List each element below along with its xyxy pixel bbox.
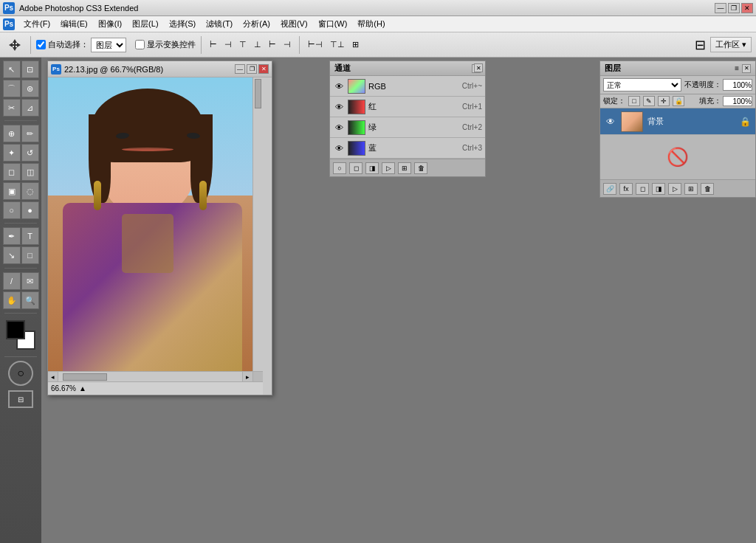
lock-all-btn[interactable]: 🔒 [673,96,684,106]
doc-scrollbar-vertical[interactable] [252,77,263,371]
layer-eye-bg[interactable]: 👁 [605,116,616,128]
channels-panel-close-btn[interactable]: ✕ [474,63,483,72]
lock-pixels-btn[interactable]: ✎ [643,96,655,106]
burn-tool[interactable]: ● [21,201,39,219]
layers-panel-menu-icon[interactable]: ≡ [735,64,739,72]
auto-select-dropdown[interactable]: 图层 组 [91,38,126,52]
show-transform-checkbox[interactable] [135,40,145,49]
channels-btn-new[interactable]: ▷ [382,162,395,174]
auto-select-checkbox[interactable] [36,40,46,49]
toolbar-extra-icon[interactable]: ⊟ [695,37,706,53]
slice-tool[interactable]: ⊿ [21,99,39,117]
channels-btn-save[interactable]: ◻ [349,162,362,174]
doc-restore-btn[interactable]: ❐ [247,64,257,74]
layers-btn-group[interactable]: ▷ [668,183,681,195]
clone-stamp-tool[interactable]: ✦ [3,144,21,162]
layers-btn-adj[interactable]: ◨ [652,183,665,195]
align-right-btn[interactable]: ⊤ [236,38,250,51]
menu-filter[interactable]: 滤镜(T) [202,17,237,31]
scrollbar-thumb-h[interactable] [63,373,107,381]
foreground-color[interactable] [6,320,25,339]
align-center-v-btn[interactable]: ⊢ [266,38,279,51]
zoom-tool[interactable]: 🔍 [21,291,39,309]
menu-edit[interactable]: 编辑(E) [56,17,92,31]
channels-btn-delete[interactable]: 🗑 [414,162,427,174]
channels-btn-select[interactable]: ○ [333,162,346,174]
menu-select[interactable]: 选择(S) [165,17,201,31]
crop-tool[interactable]: ✂ [3,99,21,117]
quick-mask-button[interactable]: ○ [8,361,33,386]
marquee-tool[interactable]: ⊡ [21,60,39,78]
layer-row-background[interactable]: 👁 背景 🔒 [600,108,755,135]
move-tool[interactable]: ↖ [3,60,21,78]
color-swatches[interactable] [6,320,35,350]
doc-minimize-btn[interactable]: — [235,64,245,74]
restore-button[interactable]: ❐ [728,3,740,13]
layers-btn-link[interactable]: 🔗 [603,183,616,195]
scroll-left-btn[interactable]: ◂ [48,372,58,381]
menu-view[interactable]: 视图(V) [276,17,312,31]
layers-btn-mask[interactable]: ◻ [636,183,649,195]
scroll-right-btn[interactable]: ▸ [242,372,252,381]
history-brush-tool[interactable]: ↺ [21,144,39,162]
lock-transparent-btn[interactable]: □ [628,96,640,106]
layers-panel-close-btn[interactable]: ✕ [742,64,751,73]
align-center-h-btn[interactable]: ⊣ [221,38,235,51]
screen-mode-button[interactable]: ⊟ [8,390,33,408]
channels-btn-merge[interactable]: ⊞ [398,162,411,174]
menu-window[interactable]: 窗口(W) [314,17,352,31]
fill-input[interactable] [723,96,752,106]
hand-tool[interactable]: ✋ [3,291,21,309]
lock-position-btn[interactable]: ✛ [658,96,670,106]
layers-btn-fx[interactable]: fx [619,183,633,195]
path-select-tool[interactable]: ↘ [3,246,21,264]
channels-btn-load[interactable]: ◨ [365,162,379,174]
doc-close-btn[interactable]: ✕ [258,64,269,74]
fill-label: 填充： [699,96,721,106]
blur-tool[interactable]: ◌ [21,182,39,200]
spot-heal-tool[interactable]: ⊕ [3,125,21,142]
window-controls[interactable]: — ❐ ✕ [715,3,753,13]
dodge-tool[interactable]: ○ [3,201,21,219]
distribute-h-btn[interactable]: ⊢⊣ [305,38,326,51]
menu-layer[interactable]: 图层(L) [128,17,162,31]
layers-btn-new[interactable]: ⊞ [684,183,698,195]
text-tool[interactable]: T [21,227,39,245]
menu-file[interactable]: 文件(F) [19,17,55,31]
lasso-tool[interactable]: ⌒ [3,80,21,97]
menu-analysis[interactable]: 分析(A) [238,17,275,31]
menu-ps-icon: Ps [3,18,15,30]
opacity-input[interactable] [723,79,752,91]
close-button[interactable]: ✕ [741,3,753,13]
channel-row-blue[interactable]: 👁 蓝 Ctrl+3 [330,138,485,159]
auto-align-btn[interactable]: ⊞ [349,38,362,51]
pen-tool[interactable]: ✒ [3,227,21,245]
menu-image[interactable]: 图像(I) [94,17,126,31]
shape-tool[interactable]: □ [21,246,39,264]
notes-tool[interactable]: ✉ [21,272,39,290]
doc-scrollbar-horizontal[interactable]: ◂ ▸ [48,371,252,381]
channel-row-red[interactable]: 👁 红 Ctrl+1 [330,97,485,117]
layers-btn-delete[interactable]: 🗑 [701,183,714,195]
menu-help[interactable]: 帮助(H) [353,17,389,31]
layers-blend-mode[interactable]: 正常 溶解 变暗 [603,78,681,91]
channel-row-rgb[interactable]: 👁 RGB Ctrl+~ [330,76,485,97]
background-eraser-tool[interactable]: ◫ [21,163,39,181]
eraser-tool[interactable]: ◻ [3,163,21,181]
quick-select-tool[interactable]: ⊛ [21,80,39,97]
gradient-tool[interactable]: ▣ [3,182,21,200]
channel-eye-red[interactable]: 👁 [333,101,345,113]
brush-tool[interactable]: ✏ [21,125,39,142]
align-left-btn[interactable]: ⊢ [207,38,220,51]
channel-eye-rgb[interactable]: 👁 [333,80,345,92]
workspace-button[interactable]: 工作区 ▾ [710,37,752,52]
channel-eye-green[interactable]: 👁 [333,122,345,134]
scrollbar-thumb-v[interactable] [255,79,261,108]
align-top-btn[interactable]: ⊥ [251,38,264,51]
align-bottom-btn[interactable]: ⊣ [281,38,294,51]
eyedropper-tool[interactable]: / [3,272,21,290]
minimize-button[interactable]: — [715,3,726,13]
channel-eye-blue[interactable]: 👁 [333,142,345,154]
channel-row-green[interactable]: 👁 绿 Ctrl+2 [330,117,485,138]
distribute-v-btn[interactable]: ⊤⊥ [327,38,348,51]
